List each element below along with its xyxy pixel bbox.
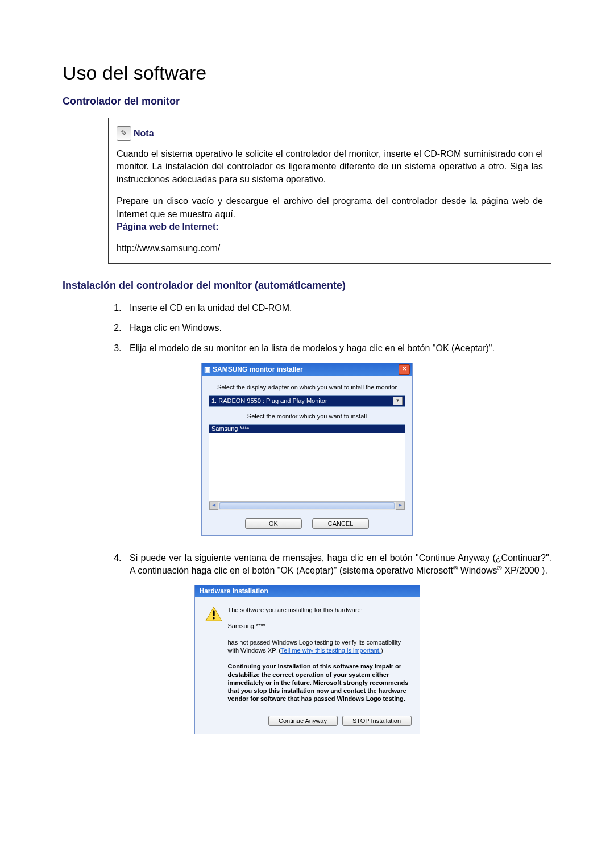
section-controller: Controlador del monitor [63, 95, 551, 107]
stop-installation-button[interactable]: STOP Installation [342, 716, 412, 726]
svg-point-2 [213, 617, 215, 620]
scroll-thumb[interactable] [219, 502, 395, 509]
svg-rect-1 [213, 610, 214, 616]
ok-button[interactable]: OK [245, 518, 302, 529]
note-box: ✎ Nota Cuando el sistema operativo le so… [108, 118, 551, 264]
steps-list: Inserte el CD en la unidad del CD-ROM. H… [108, 302, 551, 355]
section-install-auto: Instalación del controlador del monitor … [63, 280, 551, 292]
installer-instruction-1: Select the display adapter on which you … [209, 384, 405, 391]
continue-anyway-button[interactable]: Continue Anyway [268, 716, 338, 726]
steps-list-continued: Si puede ver la siguiente ventana de men… [108, 552, 551, 578]
close-icon[interactable]: ✕ [399, 364, 410, 375]
hw-line3: has not passed Windows Logo testing to v… [228, 638, 409, 655]
hw-line1: The software you are installing for this… [228, 606, 409, 614]
page-title: Uso del software [63, 62, 551, 84]
scroll-right-icon[interactable]: ▶ [396, 502, 405, 510]
monitor-list-item[interactable]: Samsung **** [209, 425, 405, 433]
bottom-rule [63, 829, 551, 829]
note-paragraph-2: Prepare un disco vacío y descargue el ar… [117, 195, 543, 233]
warning-icon [205, 606, 222, 622]
horizontal-scrollbar[interactable]: ◀ ▶ [209, 501, 405, 510]
note-icon: ✎ [117, 126, 131, 141]
hw-why-link[interactable]: Tell me why this testing is important. [281, 647, 381, 654]
note-label: Nota [134, 127, 154, 140]
step-3: Elija el modelo de su monitor en la list… [124, 342, 551, 355]
step-2: Haga clic en Windows. [124, 322, 551, 334]
chevron-down-icon[interactable]: ▼ [393, 397, 403, 405]
adapter-dropdown[interactable]: 1. RADEON 9550 : Plug and Play Monitor ▼ [209, 395, 405, 407]
top-rule [63, 41, 551, 41]
hw-warning-text: Continuing your installation of this sof… [228, 662, 409, 703]
hw-title: Hardware Installation [195, 585, 420, 597]
adapter-selected: 1. RADEON 9550 : Plug and Play Monitor [211, 397, 327, 404]
step-1: Inserte el CD en la unidad del CD-ROM. [124, 302, 551, 314]
installer-title: SAMSUNG monitor installer [213, 366, 303, 373]
hw-line2: Samsung **** [228, 622, 409, 630]
monitor-listbox[interactable]: Samsung **** ◀ ▶ [209, 424, 405, 510]
installer-app-icon: ▣ [204, 366, 210, 373]
installer-instruction-2: Select the monitor which you want to ins… [209, 413, 405, 420]
scroll-left-icon[interactable]: ◀ [209, 502, 218, 510]
note-paragraph-1: Cuando el sistema operativo le solicite … [117, 148, 543, 186]
installer-dialog: ▣ SAMSUNG monitor installer ✕ Select the… [201, 363, 413, 536]
note-url[interactable]: http://www.samsung.com/ [117, 242, 543, 255]
cancel-button[interactable]: CANCEL [312, 518, 369, 529]
step-4: Si puede ver la siguiente ventana de men… [124, 552, 551, 578]
hardware-installation-dialog: Hardware Installation The software you a… [194, 585, 420, 734]
